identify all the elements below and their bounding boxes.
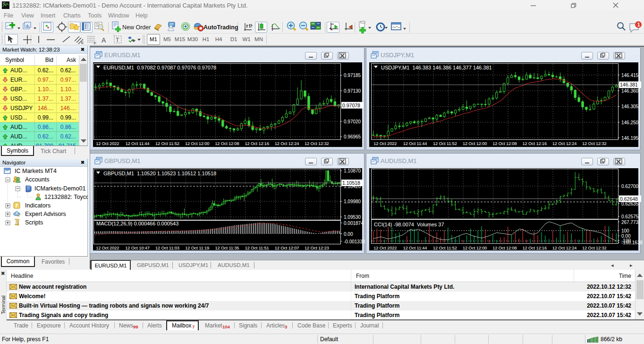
svg-text:12 Oct 12:32: 12 Oct 12:32 — [582, 141, 606, 146]
svg-text:0.97185: 0.97185 — [344, 73, 361, 78]
svg-text:146.195: 146.195 — [621, 136, 639, 141]
svg-text:12 Oct 11:44: 12 Oct 11:44 — [403, 246, 427, 250]
svg-text:AutoTrading: AutoTrading — [203, 24, 238, 31]
svg-text:ICMarkets-Demo01: ICMarkets-Demo01 — [34, 185, 85, 192]
svg-text:12 Oct 12:08: 12 Oct 12:08 — [215, 141, 239, 146]
svg-text:1: 1 — [637, 22, 640, 27]
svg-text:146.360: 146.360 — [621, 88, 639, 94]
svg-text:12 Oct 2022: 12 Oct 2022 — [373, 246, 397, 250]
svg-text:12 Oct 12:24: 12 Oct 12:24 — [552, 246, 576, 250]
svg-text:12 Oct 12:07: 12 Oct 12:07 — [275, 246, 299, 250]
svg-text:12 Oct 12:16: 12 Oct 12:16 — [245, 141, 269, 146]
svg-text:IC: IC — [3, 2, 6, 5]
svg-text:E: E — [81, 41, 84, 45]
svg-text:0.62575: 0.62575 — [621, 214, 639, 219]
svg-text:12 Oct 2022: 12 Oct 2022 — [373, 141, 397, 146]
svg-text:267.773: 267.773 — [621, 220, 639, 225]
svg-text:0.00: 0.00 — [344, 232, 353, 237]
svg-text:1.09980: 1.09980 — [344, 199, 361, 204]
svg-text:12 Oct 11:03: 12 Oct 11:03 — [155, 246, 179, 250]
svg-text:1.10870: 1.10870 — [344, 168, 361, 173]
svg-text:12132882: Toyco: 12132882: Toyco — [44, 194, 89, 200]
svg-text:12 Oct 12:08: 12 Oct 12:08 — [492, 141, 517, 146]
svg-text:12 Oct 12:16: 12 Oct 12:16 — [522, 141, 546, 146]
svg-text:Accounts: Accounts — [25, 176, 49, 183]
svg-text:100: 100 — [621, 228, 629, 233]
svg-text:12 Oct 11:35: 12 Oct 11:35 — [215, 246, 239, 250]
svg-text:12 Oct 10:47: 12 Oct 10:47 — [125, 246, 149, 250]
svg-text:Indicators: Indicators — [25, 202, 51, 209]
svg-text:146.250: 146.250 — [621, 120, 639, 125]
svg-text:12 Oct 11:19: 12 Oct 11:19 — [185, 246, 209, 250]
svg-text:1.09530: 1.09530 — [344, 215, 361, 220]
svg-text:12 Oct 12:00: 12 Oct 12:00 — [463, 141, 487, 146]
svg-text:0.001874: 0.001874 — [344, 221, 364, 226]
svg-text:IC Markets MT4: IC Markets MT4 — [15, 168, 57, 174]
svg-text:EURUSD,M1 0.97082 0.97087 0.9: EURUSD,M1 0.97082 0.97087 0.97076 0.9707… — [103, 65, 216, 70]
svg-text:0.96965: 0.96965 — [344, 134, 361, 139]
svg-text:12 Oct 12:00: 12 Oct 12:00 — [463, 246, 487, 250]
svg-text:12 Oct 12:00: 12 Oct 12:00 — [185, 141, 209, 146]
svg-text:12 Oct 12:24: 12 Oct 12:24 — [275, 141, 299, 146]
svg-text:T: T — [116, 37, 119, 43]
svg-text:CCI(14) -98.0074 Volumes 37: CCI(14) -98.0074 Volumes 37 — [374, 222, 444, 227]
svg-text:12 Oct 12:24: 12 Oct 12:24 — [552, 141, 576, 146]
svg-text:12 Oct 11:52: 12 Oct 11:52 — [433, 246, 457, 250]
svg-text:12 Oct 12:08: 12 Oct 12:08 — [492, 246, 517, 250]
svg-text:0.97020: 0.97020 — [344, 119, 361, 124]
svg-text:12 Oct 11:44: 12 Oct 11:44 — [126, 141, 150, 146]
svg-text:12 Oct 2022: 12 Oct 2022 — [96, 141, 119, 146]
svg-text:Scripts: Scripts — [25, 219, 43, 226]
svg-text:F: F — [94, 41, 96, 45]
svg-text:Expert Advisors: Expert Advisors — [25, 211, 66, 217]
svg-text:0.62648: 0.62648 — [620, 196, 638, 202]
svg-text:12 Oct 12:16: 12 Oct 12:16 — [522, 246, 546, 250]
svg-text:New Order: New Order — [122, 24, 151, 31]
svg-text:0.62700: 0.62700 — [621, 184, 639, 189]
svg-text:USDJPY,M1 146.383 146.386 146: USDJPY,M1 146.383 146.386 146,377 146.38… — [381, 65, 492, 70]
svg-text:12 Oct 11:44: 12 Oct 11:44 — [403, 141, 427, 146]
svg-text:A: A — [102, 36, 106, 44]
svg-text:12 Oct 12:32: 12 Oct 12:32 — [305, 141, 329, 146]
svg-text:0.97078: 0.97078 — [342, 103, 360, 108]
svg-text:146.415: 146.415 — [621, 73, 639, 78]
svg-text:12 Oct 2022: 12 Oct 2022 — [96, 246, 119, 250]
svg-text:12 Oct 12:32: 12 Oct 12:32 — [582, 246, 606, 250]
svg-text:12 Oct 11:51: 12 Oct 11:51 — [245, 246, 269, 250]
svg-text:0.97130: 0.97130 — [344, 88, 361, 94]
svg-text:12 Oct 11:52: 12 Oct 11:52 — [155, 141, 179, 146]
svg-text:12 Oct 11:52: 12 Oct 11:52 — [433, 141, 457, 146]
svg-text:GBPUSD,M1 1.10520 1.10523 1.1: GBPUSD,M1 1.10520 1.10523 1.10512 1.1051… — [103, 171, 216, 176]
svg-text:12 Oct 12:23: 12 Oct 12:23 — [305, 246, 329, 250]
svg-text:146.381: 146.381 — [620, 82, 638, 87]
svg-text:-0.001333: -0.001333 — [344, 239, 365, 244]
svg-text:1.10518: 1.10518 — [342, 180, 360, 186]
svg-text:-160.1638: -160.1638 — [621, 240, 643, 245]
svg-text:146.305: 146.305 — [621, 104, 639, 109]
svg-text:MACD(12,26,9) 0.000466 0.00054: MACD(12,26,9) 0.000466 0.000543 — [96, 221, 178, 226]
